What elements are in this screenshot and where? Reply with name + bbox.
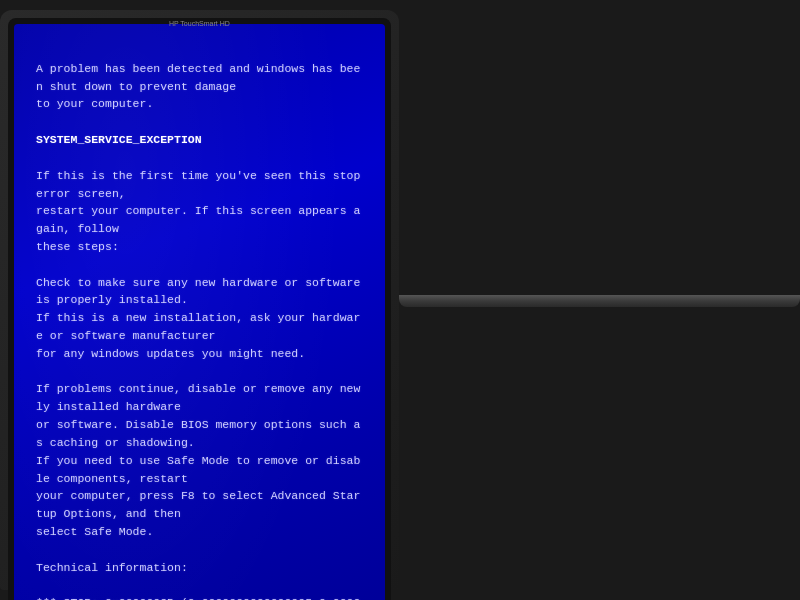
bsod-para3-line5: select Safe Mode. xyxy=(36,525,153,538)
camera-label: HP TouchSmart HD xyxy=(169,20,230,27)
bsod-content: A problem has been detected and windows … xyxy=(36,42,363,600)
bsod-para3-line1: If problems continue, disable or remove … xyxy=(36,382,360,413)
bsod-error-code: SYSTEM_SERVICE_EXCEPTION xyxy=(36,133,202,146)
bsod-line1: A problem has been detected and windows … xyxy=(36,62,360,93)
bsod-para3-line3: If you need to use Safe Mode to remove o… xyxy=(36,454,360,485)
camera-area: HP TouchSmart HD xyxy=(169,20,230,27)
bsod-line2: to your computer. xyxy=(36,97,153,110)
bsod-para1-line1: If this is the first time you've seen th… xyxy=(36,169,367,200)
bsod-screen: A problem has been detected and windows … xyxy=(14,24,385,600)
laptop-bottom xyxy=(399,295,800,307)
bsod-para2-line2: If this is a new installation, ask your … xyxy=(36,311,360,342)
bsod-tech-label: Technical information: xyxy=(36,561,188,574)
laptop-outer: HP TouchSmart HD Pavilion A problem has … xyxy=(0,10,399,590)
bsod-para2-line1: Check to make sure any new hardware or s… xyxy=(36,276,367,307)
bsod-para3-line4: your computer, press F8 to select Advanc… xyxy=(36,489,360,520)
bsod-para1-line2: restart your computer. If this screen ap… xyxy=(36,204,360,235)
screen-bezel: HP TouchSmart HD Pavilion A problem has … xyxy=(8,18,391,600)
bsod-para3-line2: or software. Disable BIOS memory options… xyxy=(36,418,360,449)
bsod-stop-code: *** STOP: 0x0000003B (0x00000000C0000005… xyxy=(36,596,360,600)
bsod-para2-line3: for any windows updates you might need. xyxy=(36,347,305,360)
bsod-para1-line3: these steps: xyxy=(36,240,119,253)
